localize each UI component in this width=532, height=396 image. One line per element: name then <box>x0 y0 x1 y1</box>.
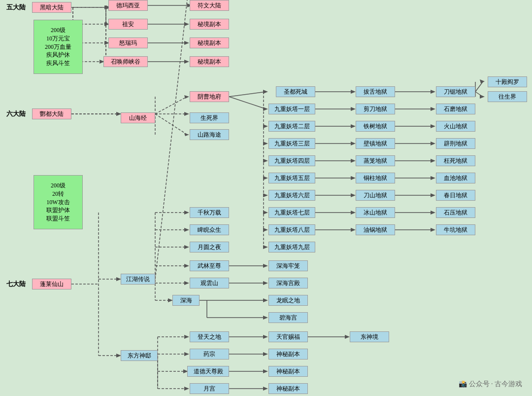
svg-marker-93 <box>431 211 435 215</box>
jiu_1: 九重妖塔一层 <box>268 104 315 114</box>
yue_gong: 月宫 <box>190 383 229 394</box>
svg-marker-32 <box>184 95 189 99</box>
jiu_7: 九重妖塔七层 <box>268 207 315 218</box>
yao_zong: 药宗 <box>190 349 229 360</box>
svg-line-38 <box>229 92 266 97</box>
dong_fang: 东方神邸 <box>121 350 158 361</box>
dao_ju_di_yu: 刀锯地狱 <box>436 86 475 97</box>
shi_ya_di_yu: 石压地狱 <box>436 207 475 218</box>
svg-marker-45 <box>263 124 268 128</box>
sheng_du: 圣都死城 <box>276 86 315 97</box>
wu_info: 200级 10万元宝 200万血量 疾风护休 疾风斗笠 <box>33 20 83 74</box>
svg-marker-83 <box>431 124 435 128</box>
tong_zhu_di_yu: 铜柱地狱 <box>356 173 395 183</box>
svg-marker-124 <box>263 281 268 285</box>
zhao_huan: 召唤师峡谷 <box>103 56 148 67</box>
svg-marker-139 <box>184 387 189 391</box>
shi_mo_di_yu: 石磨地狱 <box>436 104 475 114</box>
svg-marker-65 <box>351 124 356 128</box>
peng_lai: 蓬莱仙山 <box>32 279 71 289</box>
svg-marker-75 <box>351 211 356 215</box>
svg-marker-110 <box>184 211 189 215</box>
svg-marker-6 <box>104 21 108 24</box>
svg-marker-49 <box>263 159 268 163</box>
xue_chi_di_yu: 血池地狱 <box>436 173 475 183</box>
huo_shan_di_yu: 火山地狱 <box>436 121 475 132</box>
svg-marker-24 <box>184 22 189 26</box>
svg-marker-150 <box>345 335 350 339</box>
long_yan: 龙眠之地 <box>268 295 308 306</box>
bi_zhen_di_yu: 壁镇地狱 <box>356 138 395 149</box>
svg-line-107 <box>155 0 187 279</box>
jiu_2: 九重妖塔二层 <box>268 121 315 132</box>
svg-marker-99 <box>480 95 485 99</box>
jiu_9: 九重妖塔九层 <box>268 242 315 252</box>
dao_shan_di_yu: 刀山地狱 <box>356 190 395 201</box>
bing_shan_di_yu: 冰山地狱 <box>356 207 395 218</box>
dong_shen_jing: 东神境 <box>350 331 389 342</box>
guan_yun: 观雲山 <box>190 278 229 288</box>
svg-marker-97 <box>480 79 485 83</box>
zu_an: 祖安 <box>108 19 148 30</box>
svg-marker-135 <box>184 352 189 356</box>
jiu_3: 九重妖塔三层 <box>268 138 315 149</box>
svg-marker-59 <box>263 245 268 249</box>
jiang_hu: 江湖传说 <box>121 274 155 285</box>
svg-marker-122 <box>263 264 268 268</box>
liu_info: 200级 20转 10W攻击 联盟护体 联盟斗笠 <box>33 175 83 229</box>
diagram: 五大陆黑暗大陆德玛西亚符文大陆祖安秘境副本怒瑞玛秘境副本召唤师峡谷秘境副本200… <box>0 0 532 396</box>
sheng_si_jie: 生死界 <box>190 112 229 123</box>
svg-marker-148 <box>263 387 268 391</box>
svg-marker-112 <box>184 228 189 232</box>
shen_mi_1: 神秘副本 <box>268 349 308 360</box>
svg-marker-71 <box>351 176 356 180</box>
jiu_4: 九重妖塔四层 <box>268 155 315 166</box>
svg-marker-89 <box>431 176 435 180</box>
you_guo_di_yu: 油锅地狱 <box>356 224 395 235</box>
wang_sheng_jie: 往生界 <box>488 91 527 102</box>
deng_tian: 登天之地 <box>190 331 229 342</box>
svg-marker-61 <box>351 90 356 94</box>
svg-marker-53 <box>263 193 268 197</box>
svg-marker-39 <box>263 90 268 94</box>
mi_jing_1: 秘境副本 <box>190 19 229 30</box>
shan_lu_hai_tu: 山路海途 <box>190 129 229 140</box>
shen_mi_2: 神秘副本 <box>268 366 308 377</box>
svg-line-96 <box>475 82 483 92</box>
niu_keng_di_yu: 牛坑地狱 <box>436 224 475 235</box>
jiu_8: 九重妖塔八层 <box>268 224 315 235</box>
tie_shu_di_yu: 铁树地狱 <box>356 121 395 132</box>
yue_yuan: 月圆之夜 <box>190 242 229 252</box>
ba_she_di_yu: 拔舌地狱 <box>356 86 395 97</box>
shen_hai_牢笼: 深海牢笼 <box>268 260 308 271</box>
svg-marker-41 <box>263 107 268 111</box>
svg-line-31 <box>155 97 187 114</box>
dao_de: 道德天尊殿 <box>187 366 229 377</box>
svg-marker-51 <box>263 176 268 180</box>
svg-marker-63 <box>351 107 356 111</box>
svg-line-98 <box>475 92 483 97</box>
svg-marker-73 <box>351 193 356 197</box>
hei_an_da_lu: 黑暗大陆 <box>32 2 71 13</box>
svg-marker-128 <box>263 298 268 302</box>
svg-marker-130 <box>263 316 268 320</box>
wu_da_lu: 五大陆 <box>2 2 30 13</box>
svg-marker-142 <box>263 335 268 339</box>
watermark: 📸 公众号 · 古今游戏 <box>459 380 522 389</box>
svg-marker-133 <box>184 335 189 339</box>
nu_rui_ma: 怒瑞玛 <box>108 37 148 48</box>
svg-marker-28 <box>184 60 189 64</box>
qian_qiu: 千秋万载 <box>190 207 229 218</box>
svg-marker-57 <box>263 228 268 232</box>
svg-marker-114 <box>184 245 189 249</box>
svg-marker-81 <box>431 107 435 111</box>
pi_mi: 睥睨众生 <box>190 224 229 235</box>
svg-marker-116 <box>184 264 189 268</box>
jiu_5: 九重妖塔五层 <box>268 173 315 183</box>
qi_da_lu: 七大陆 <box>2 279 30 289</box>
bi_hai_gong: 碧海宫 <box>268 312 308 323</box>
svg-marker-34 <box>184 112 189 116</box>
yin_cao_di_fu: 阴曹地府 <box>190 91 229 102</box>
svg-marker-95 <box>431 228 435 232</box>
shen_hai: 深海 <box>172 295 200 306</box>
